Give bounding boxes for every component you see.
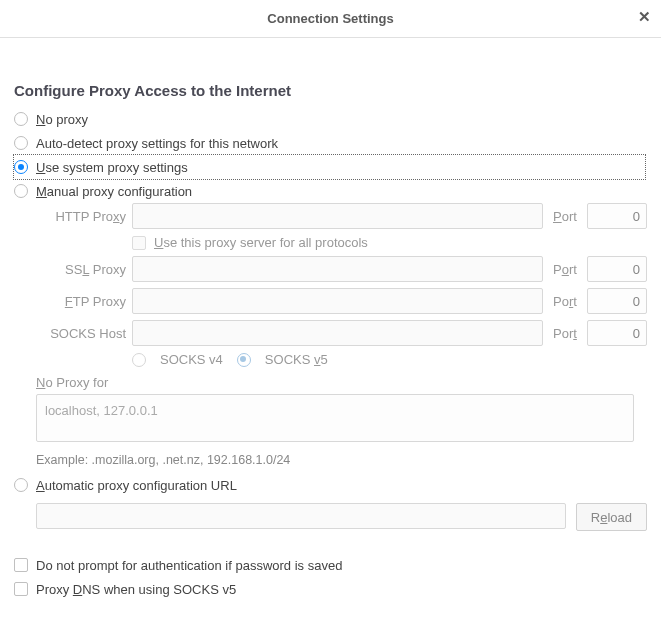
http-port-input[interactable]	[587, 203, 647, 229]
socks-host-label: SOCKS Host	[36, 326, 126, 341]
ssl-port-label: Port	[549, 262, 581, 277]
radio-manual-row[interactable]: Manual proxy configuration	[14, 179, 647, 203]
radio-socks5-label: SOCKS v5	[265, 352, 328, 367]
radio-socks4[interactable]	[132, 353, 146, 367]
pac-url-input[interactable]	[36, 503, 566, 529]
radio-use-system-label: Use system proxy settings	[36, 160, 188, 175]
radio-socks4-label: SOCKS v4	[160, 352, 223, 367]
no-proxy-for-label: No Proxy for	[36, 375, 647, 390]
ftp-proxy-input[interactable]	[132, 288, 543, 314]
radio-no-proxy-row[interactable]: No proxy	[14, 107, 647, 131]
radio-auto-detect[interactable]	[14, 136, 28, 150]
use-all-protocols-checkbox[interactable]	[132, 236, 146, 250]
use-all-protocols-label: Use this proxy server for all protocols	[154, 235, 368, 250]
socks-port-input[interactable]	[587, 320, 647, 346]
socks-port-label: Port	[549, 326, 581, 341]
radio-manual-label: Manual proxy configuration	[36, 184, 192, 199]
socks-host-input[interactable]	[132, 320, 543, 346]
window-title: Connection Settings	[267, 11, 393, 26]
radio-pac-label: Automatic proxy configuration URL	[36, 478, 237, 493]
no-proxy-for-textarea[interactable]	[36, 394, 634, 442]
close-icon[interactable]: ✕	[638, 8, 651, 26]
http-proxy-label: HTTP Proxy	[36, 209, 126, 224]
radio-no-proxy[interactable]	[14, 112, 28, 126]
proxy-dns-checkbox[interactable]	[14, 582, 28, 596]
radio-no-proxy-label: No proxy	[36, 112, 88, 127]
no-auth-prompt-label: Do not prompt for authentication if pass…	[36, 558, 342, 573]
ssl-port-input[interactable]	[587, 256, 647, 282]
reload-button[interactable]: Reload	[576, 503, 647, 531]
ftp-proxy-label: FTP Proxy	[36, 294, 126, 309]
no-proxy-example: Example: .mozilla.org, .net.nz, 192.168.…	[36, 453, 647, 467]
radio-manual[interactable]	[14, 184, 28, 198]
ftp-port-label: Port	[549, 294, 581, 309]
radio-use-system-row[interactable]: Use system proxy settings	[14, 155, 645, 179]
http-proxy-input[interactable]	[132, 203, 543, 229]
radio-use-system[interactable]	[14, 160, 28, 174]
page-heading: Configure Proxy Access to the Internet	[14, 82, 647, 99]
http-port-label: Port	[549, 209, 581, 224]
ftp-port-input[interactable]	[587, 288, 647, 314]
radio-pac-row[interactable]: Automatic proxy configuration URL	[14, 473, 647, 497]
no-auth-prompt-checkbox[interactable]	[14, 558, 28, 572]
ssl-proxy-input[interactable]	[132, 256, 543, 282]
proxy-dns-label: Proxy DNS when using SOCKS v5	[36, 582, 236, 597]
radio-pac[interactable]	[14, 478, 28, 492]
ssl-proxy-label: SSL Proxy	[36, 262, 126, 277]
radio-socks5[interactable]	[237, 353, 251, 367]
radio-auto-detect-row[interactable]: Auto-detect proxy settings for this netw…	[14, 131, 647, 155]
radio-auto-detect-label: Auto-detect proxy settings for this netw…	[36, 136, 278, 151]
